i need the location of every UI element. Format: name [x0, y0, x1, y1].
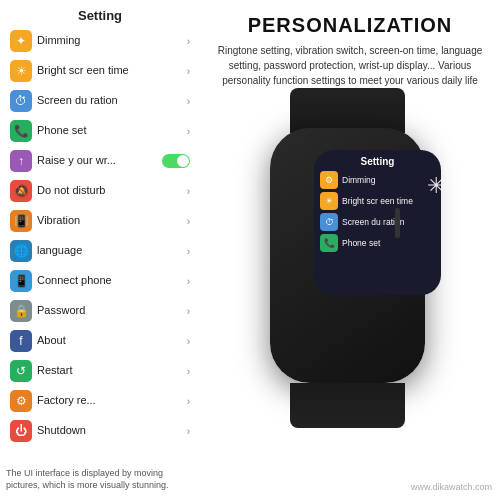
menu-item-do-not-disturb[interactable]: 🔕Do not disturb› — [6, 177, 194, 205]
menu-label-factory-reset: Factory re... — [37, 394, 182, 407]
arrow-dimming: › — [187, 36, 190, 47]
watch-menu: ⚙Dimming☀Bright scr een time⏱Screen du r… — [320, 171, 435, 252]
menu-item-phone-set[interactable]: 📞Phone set› — [6, 117, 194, 145]
menu-icon-about: f — [10, 330, 32, 352]
menu-item-connect-phone[interactable]: 📱Connect phone› — [6, 267, 194, 295]
menu-label-phone-set: Phone set — [37, 124, 182, 137]
arrow-connect-phone: › — [187, 276, 190, 287]
menu-icon-shutdown: ⏻ — [10, 420, 32, 442]
menu-label-dimming: Dimming — [37, 34, 182, 47]
bottom-text: The UI interface is displayed by moving … — [6, 463, 194, 492]
watch-image: Setting ⚙Dimming☀Bright scr een time⏱Scr… — [240, 118, 460, 398]
menu-icon-language: 🌐 — [10, 240, 32, 262]
menu-label-language: language — [37, 244, 182, 257]
menu-item-dimming[interactable]: ✦Dimming› — [6, 27, 194, 55]
right-panel: PERSONALIZATION Ringtone setting, vibrat… — [200, 0, 500, 500]
arrow-shutdown: › — [187, 426, 190, 437]
menu-icon-restart: ↺ — [10, 360, 32, 382]
watch-menu-item: 📞Phone set — [320, 234, 435, 252]
menu-label-restart: Restart — [37, 364, 182, 377]
menu-item-factory-reset[interactable]: ⚙Factory re...› — [6, 387, 194, 415]
menu-icon-bright-screen-time: ☀ — [10, 60, 32, 82]
arrow-password: › — [187, 306, 190, 317]
menu-item-restart[interactable]: ↺Restart› — [6, 357, 194, 385]
arrow-screen-duration: › — [187, 96, 190, 107]
left-panel: Setting ✦Dimming›☀Bright scr een time›⏱S… — [0, 0, 200, 500]
watch-strap-bottom — [290, 383, 405, 428]
watch-side-button — [395, 208, 400, 238]
menu-item-screen-duration[interactable]: ⏱Screen du ration› — [6, 87, 194, 115]
arrow-language: › — [187, 246, 190, 257]
arrow-factory-reset: › — [187, 396, 190, 407]
menu-label-raise-wrist: Raise y our wr... — [37, 154, 157, 167]
menu-icon-vibration: 📳 — [10, 210, 32, 232]
toggle-raise-wrist[interactable] — [162, 154, 190, 168]
watch-menu-icon: ⏱ — [320, 213, 338, 231]
watch-body: Setting ⚙Dimming☀Bright scr een time⏱Scr… — [270, 128, 425, 383]
watch-menu-icon: ⚙ — [320, 171, 338, 189]
menu-label-shutdown: Shutdown — [37, 424, 182, 437]
watch-menu-item: ⏱Screen du ration — [320, 213, 435, 231]
menu-icon-password: 🔒 — [10, 300, 32, 322]
watch-screen-title: Setting — [320, 156, 435, 167]
watch-menu-icon: ☀ — [320, 192, 338, 210]
watch-menu-item: ⚙Dimming — [320, 171, 435, 189]
watch-menu-label: Phone set — [342, 238, 380, 248]
menu-list: ✦Dimming›☀Bright scr een time›⏱Screen du… — [6, 27, 194, 445]
menu-item-password[interactable]: 🔒Password› — [6, 297, 194, 325]
arrow-vibration: › — [187, 216, 190, 227]
watermark: www.dikawatch.com — [411, 482, 492, 492]
menu-item-language[interactable]: 🌐language› — [6, 237, 194, 265]
menu-label-vibration: Vibration — [37, 214, 182, 227]
menu-item-bright-screen-time[interactable]: ☀Bright scr een time› — [6, 57, 194, 85]
menu-icon-screen-duration: ⏱ — [10, 90, 32, 112]
arrow-restart: › — [187, 366, 190, 377]
menu-icon-raise-wrist: ↑ — [10, 150, 32, 172]
menu-icon-phone-set: 📞 — [10, 120, 32, 142]
menu-item-about[interactable]: fAbout› — [6, 327, 194, 355]
page-title: PERSONALIZATION — [248, 14, 453, 37]
menu-label-password: Password — [37, 304, 182, 317]
spark-effect: ✳ — [427, 173, 445, 199]
menu-label-about: About — [37, 334, 182, 347]
menu-icon-connect-phone: 📱 — [10, 270, 32, 292]
menu-label-bright-screen-time: Bright scr een time — [37, 64, 182, 77]
arrow-about: › — [187, 336, 190, 347]
menu-item-vibration[interactable]: 📳Vibration› — [6, 207, 194, 235]
watch-menu-item: ☀Bright scr een time — [320, 192, 435, 210]
watch-menu-icon: 📞 — [320, 234, 338, 252]
menu-label-do-not-disturb: Do not disturb — [37, 184, 182, 197]
arrow-phone-set: › — [187, 126, 190, 137]
menu-icon-do-not-disturb: 🔕 — [10, 180, 32, 202]
watch-menu-label: Bright scr een time — [342, 196, 413, 206]
menu-label-screen-duration: Screen du ration — [37, 94, 182, 107]
watch-menu-label: Dimming — [342, 175, 376, 185]
menu-item-shutdown[interactable]: ⏻Shutdown› — [6, 417, 194, 445]
arrow-bright-screen-time: › — [187, 66, 190, 77]
menu-item-raise-wrist[interactable]: ↑Raise y our wr... — [6, 147, 194, 175]
menu-label-connect-phone: Connect phone — [37, 274, 182, 287]
watch-strap-top — [290, 88, 405, 133]
arrow-do-not-disturb: › — [187, 186, 190, 197]
watch-screen: Setting ⚙Dimming☀Bright scr een time⏱Scr… — [314, 150, 441, 295]
menu-icon-factory-reset: ⚙ — [10, 390, 32, 412]
menu-icon-dimming: ✦ — [10, 30, 32, 52]
setting-title: Setting — [6, 8, 194, 23]
